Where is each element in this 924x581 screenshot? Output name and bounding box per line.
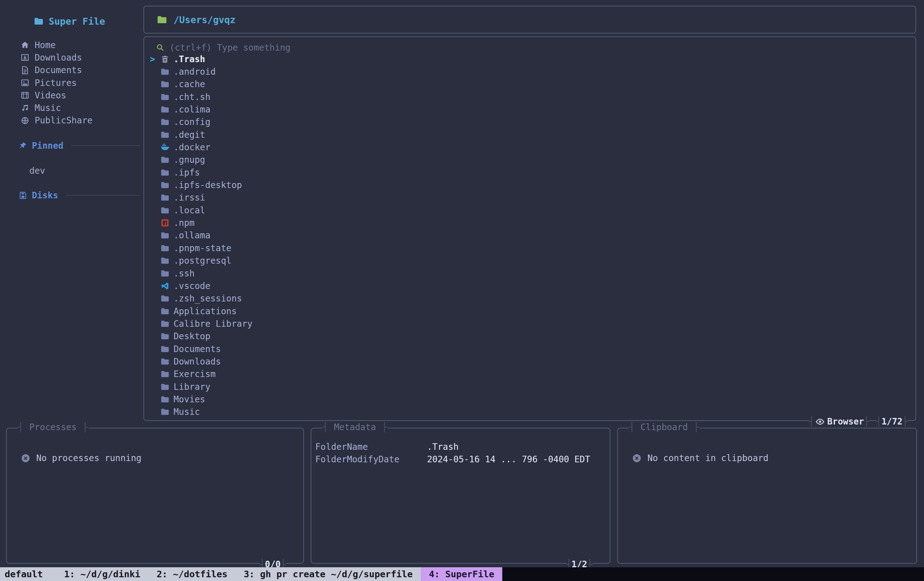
disks-divider [66, 195, 140, 195]
file-row[interactable]: .config [148, 116, 911, 128]
sidebar-item-label: Music [35, 103, 61, 113]
sidebar-item-publicshare[interactable]: PublicShare [8, 114, 142, 127]
tick: ┤ [18, 422, 24, 432]
folder-icon [160, 395, 170, 404]
pinned-divider [71, 145, 140, 146]
path-folder-icon [157, 14, 167, 25]
tick: ├ [82, 422, 88, 432]
file-name: Movies [173, 394, 205, 404]
tmux-left-segment: default 1: ~/d/g/dinki2: ~/dotfiles3: gh… [0, 567, 421, 581]
pinned-header: Pinned [8, 139, 142, 152]
file-name: .colima [173, 104, 210, 115]
folder-icon [160, 168, 170, 177]
file-name: Documents [173, 344, 221, 354]
file-row[interactable]: Music [148, 406, 911, 418]
file-row[interactable]: .degit [148, 128, 911, 141]
folder-icon [160, 256, 170, 265]
disks-header: Disks [8, 189, 142, 202]
file-row[interactable]: .colima [148, 103, 911, 116]
file-row[interactable]: .ollama [148, 229, 911, 242]
home-icon [21, 41, 29, 50]
path-bar: /Users/gvqz [143, 6, 916, 34]
file-row[interactable]: .vscode [148, 280, 911, 292]
sidebar-item-videos[interactable]: Videos [8, 89, 142, 101]
file-row[interactable]: Applications [148, 305, 911, 317]
folder-icon [160, 231, 170, 240]
tmux-window-2[interactable]: 2: ~/dotfiles [148, 569, 236, 579]
vscode-icon [160, 281, 170, 290]
file-name: .ssh [173, 268, 195, 279]
file-panel-footer: ┤ Browser ├ ┤ 1/72 ├ [809, 416, 908, 427]
tmux-window-4[interactable]: 4: SuperFile [421, 567, 503, 581]
picture-icon [21, 78, 29, 87]
file-name: Library [173, 382, 210, 392]
folder-icon [160, 206, 170, 215]
pinned-item-dev[interactable]: dev [8, 164, 142, 177]
download-icon [21, 53, 29, 62]
file-row[interactable]: Movies [148, 393, 911, 406]
file-row[interactable]: .android [148, 65, 911, 78]
file-name: .ipfs [173, 167, 200, 178]
file-row[interactable]: .gnupg [148, 154, 911, 166]
folder-icon [160, 155, 170, 164]
file-row[interactable]: .npm [148, 217, 911, 229]
tmux-window-3[interactable]: 3: gh pr create ~/d/g/superfile [236, 569, 421, 579]
file-name: .pnpm-state [173, 243, 231, 253]
sidebar-item-label: Home [35, 40, 56, 50]
sidebar-item-documents[interactable]: Documents [8, 64, 142, 76]
file-row[interactable]: .ipfs-desktop [148, 179, 911, 191]
browser-mode-label: Browser [827, 416, 864, 427]
file-row[interactable]: .postgresql [148, 255, 911, 267]
metadata-value: 2024-05-16 14 ... 796 -0400 EDT [427, 454, 590, 465]
folder-icon [160, 407, 170, 416]
folder-icon [160, 193, 170, 202]
sidebar-item-label: Pictures [35, 78, 77, 88]
clipboard-empty-text: No content in clipboard [647, 453, 769, 463]
file-position-counter: ┤ 1/72 ├ [876, 416, 908, 427]
sidebar-item-downloads[interactable]: Downloads [8, 51, 142, 64]
file-row[interactable]: .ipfs [148, 166, 911, 179]
file-name: Downloads [173, 356, 221, 367]
file-row[interactable]: .local [148, 204, 911, 217]
folder-icon [160, 118, 170, 126]
trash-icon [160, 55, 170, 64]
file-row[interactable]: Downloads [148, 355, 911, 367]
file-row[interactable]: Exercism [148, 368, 911, 381]
metadata-key: FolderName [315, 442, 427, 452]
clipboard-empty-state: No content in clipboard [632, 453, 769, 463]
tick: ┤ [629, 422, 635, 432]
metadata-title-label: Metadata [334, 422, 376, 432]
file-row[interactable]: Documents [148, 343, 911, 355]
folder-icon [160, 357, 170, 366]
file-row[interactable]: .docker [148, 141, 911, 153]
sidebar-item-home[interactable]: Home [8, 39, 142, 51]
file-name: Exercism [173, 369, 216, 379]
file-row[interactable]: .cht.sh [148, 91, 911, 103]
file-row[interactable]: >.Trash [148, 53, 911, 65]
file-row[interactable]: .irssi [148, 192, 911, 204]
file-row[interactable]: .pnpm-state [148, 242, 911, 254]
file-row[interactable]: Library [148, 381, 911, 393]
tmux-bar-filler [502, 567, 924, 581]
sidebar-item-music[interactable]: Music [8, 101, 142, 114]
file-row[interactable]: .ssh [148, 267, 911, 280]
processes-panel-title: ┤ Processes ├ [18, 422, 88, 432]
file-panel: (ctrl+f) Type something >.Trash.android.… [143, 36, 916, 421]
search-bar[interactable]: (ctrl+f) Type something [155, 41, 290, 54]
tick: ├ [903, 416, 908, 427]
music-icon [21, 104, 29, 113]
metadata-panel-title: ┤ Metadata ├ [322, 422, 388, 432]
processes-panel: ┤ Processes ├ No processes running ┤ 0/0… [6, 428, 304, 564]
tick: ┤ [322, 422, 329, 432]
sidebar-item-pictures[interactable]: Pictures [8, 76, 142, 89]
selection-cursor-icon: > [150, 54, 160, 65]
processes-title-label: Processes [29, 422, 77, 432]
file-name: .android [173, 66, 216, 77]
file-row[interactable]: .zsh_sessions [148, 292, 911, 305]
tick: ├ [693, 422, 700, 432]
file-row[interactable]: Desktop [148, 330, 911, 343]
file-row[interactable]: .cache [148, 78, 911, 91]
file-row[interactable]: Calibre Library [148, 317, 911, 330]
folder-icon [160, 105, 170, 114]
tmux-window-1[interactable]: 1: ~/d/g/dinki [56, 569, 148, 579]
